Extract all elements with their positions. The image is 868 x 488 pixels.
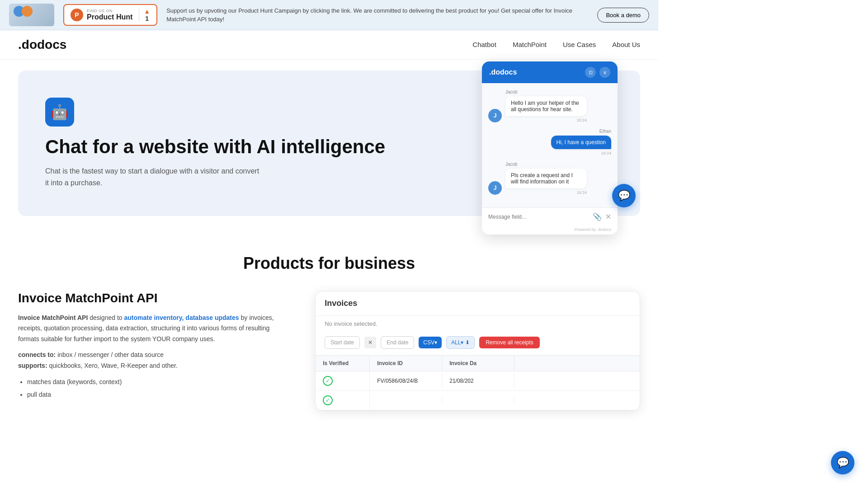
banner-preview-image [9,4,54,26]
jacob-avatar-3: J [488,181,502,195]
chat-input-area: 📎 ✕ [482,207,618,225]
send-icon[interactable]: ✕ [605,212,611,221]
invoice-id-cell-2 [370,396,442,405]
end-date-input[interactable]: End date [381,336,414,349]
supports-line: supports: quickbooks, Xero, Wave, R-Keep… [18,362,288,369]
verified-check-1: ✓ [323,376,333,386]
nav-chatbot[interactable]: Chatbot [472,41,496,48]
remove-receipts-button[interactable]: Remove all receipts [479,337,539,348]
nav-links: Chatbot MatchPoint Use Cases About Us [472,41,640,49]
attach-icon[interactable]: 📎 [593,212,602,221]
chat-bubble-3: Pls create a request and I will find inf… [505,169,587,188]
verified-cell-2: ✓ [316,391,370,410]
chat-bubble-1: Hello I am your helper of the all questi… [505,96,587,116]
invoice-ui-header: Invoices [316,291,640,316]
chat-header: .dodocs ⊡ ∨ [482,61,618,83]
invoice-ui: Invoices No invoice selected. Start date… [315,291,640,411]
chat-message-3: J Jacob Pls create a request and I will … [488,162,611,195]
all-button[interactable]: ALL▾ ⬇ [446,336,475,349]
top-banner: P FIND US ON Product Hunt ▲ 1 Support us… [0,0,658,30]
chat-time-1: 16:24 [505,118,587,122]
clear-date-button[interactable]: ✕ [364,337,376,348]
invoice-date-cell-2 [442,396,514,405]
col-invoice-date: Invoice Da [442,356,514,371]
minimize-icon[interactable]: ⊡ [585,67,596,78]
chat-bubble-2: Hi, I have a question [551,136,611,149]
chat-messages: J Jacob Hello I am your helper of the al… [482,83,618,207]
nav-matchpoint[interactable]: MatchPoint [513,41,547,48]
floating-chat-button[interactable]: 💬 [612,184,636,207]
start-date-input[interactable]: Start date [325,336,360,349]
banner-text: Support us by upvoting our Product Hunt … [166,6,588,24]
product-hunt-badge[interactable]: P FIND US ON Product Hunt ▲ 1 [63,4,157,26]
product-features-list: matches data (keywords, context) pull da… [18,375,288,401]
chat-time-3: 16:24 [505,190,587,195]
col-verified: Is Verified [316,356,370,371]
find-us-label: FIND US ON [87,9,132,13]
avatar-2 [22,6,33,17]
hero-icon: 🤖 [45,98,74,127]
logo[interactable]: .dodocs [18,38,66,52]
product-hunt-name: Product Hunt [87,13,132,21]
chat-sender-3: Jacob [505,162,587,167]
powered-by: Powered by .dodocs [482,225,618,235]
products-title: Products for business [18,254,640,273]
chat-sender-2: Ethan [551,129,611,134]
product-hunt-icon: P [71,9,83,21]
book-demo-button[interactable]: Book a demo [597,8,649,23]
chat-bubble-wrapper-1: Jacob Hello I am your helper of the all … [505,89,587,122]
invoice-api-body: Invoice MatchPoint API designed to autom… [18,313,288,345]
table-row: ✓ FV/0586/08/24/B 21/08/202 [316,371,640,391]
robot-icon: 🤖 [51,103,69,121]
invoice-api-name: Invoice MatchPoint API [18,314,88,321]
invoice-api-highlight: automate inventory, database updates [124,314,239,321]
invoice-api-middle: designed to [90,314,122,321]
verified-check-2: ✓ [323,395,333,405]
products-section: Products for business Invoice MatchPoint… [0,227,658,429]
download-icon: ⬇ [465,339,470,346]
expand-icon[interactable]: ∨ [599,67,610,78]
verified-cell-1: ✓ [316,371,370,390]
chat-sender-1: Jacob [505,89,587,94]
connects-label: connects to: [18,351,56,358]
nav-about-us[interactable]: About Us [612,41,640,48]
feature-1: matches data (keywords, context) [27,375,288,388]
navigation: .dodocs Chatbot MatchPoint Use Cases Abo… [0,30,658,60]
hero-subtitle: Chat is the fastest way to start a dialo… [45,165,262,188]
invoice-id-cell-1: FV/0586/08/24/B [370,373,442,389]
product-description: Invoice MatchPoint API Invoice MatchPoin… [18,291,297,401]
hero-section: 🤖 Chat for a website with AI intelligenc… [18,70,640,216]
chat-bubble-wrapper-2: Ethan Hi, I have a question 16:24 [551,129,611,155]
chat-logo: .dodocs [489,68,517,76]
nav-use-cases[interactable]: Use Cases [563,41,596,48]
jacob-avatar-1: J [488,109,502,122]
feature-2: pull data [27,388,288,401]
chat-bubble-wrapper-3: Jacob Pls create a request and I will fi… [505,162,587,195]
connects-line: connects to: inbox / messenger / other d… [18,351,288,358]
col-invoice-id: Invoice ID [370,356,442,371]
chat-message-2: Ethan Hi, I have a question 16:24 [488,129,611,155]
chat-message-input[interactable] [488,214,589,220]
chat-message-1: J Jacob Hello I am your helper of the al… [488,89,611,122]
invoice-api-title: Invoice MatchPoint API [18,291,288,305]
no-invoice-label: No invoice selected. [316,316,640,332]
invoice-filters: Start date ✕ End date CSV▾ ALL▾ ⬇ Remove… [316,332,640,355]
supports-value: quickbooks, Xero, Wave, R-Keeper and oth… [49,362,177,369]
chat-header-icons: ⊡ ∨ [585,67,610,78]
all-label: ALL▾ [451,339,463,346]
product-row: Invoice MatchPoint API Invoice MatchPoin… [18,291,640,411]
hero-right: .dodocs ⊡ ∨ J Jacob Hello I am your help… [482,61,627,235]
product-hunt-text: FIND US ON Product Hunt [87,9,132,21]
csv-button[interactable]: CSV▾ [419,337,442,348]
chat-time-2: 16:24 [551,151,611,155]
banner-preview [9,4,54,26]
connects-value: inbox / messenger / other data source [57,351,164,358]
invoice-date-cell-1: 21/08/202 [442,373,514,389]
invoice-ui-title: Invoices [325,299,357,308]
vote-count-block: ▲ 1 [139,8,150,22]
upvote-arrow: ▲ [144,8,150,15]
table-row: ✓ [316,391,640,410]
invoice-table-header: Is Verified Invoice ID Invoice Da [316,355,640,371]
supports-label: supports: [18,362,47,369]
vote-count: 1 [145,15,149,22]
